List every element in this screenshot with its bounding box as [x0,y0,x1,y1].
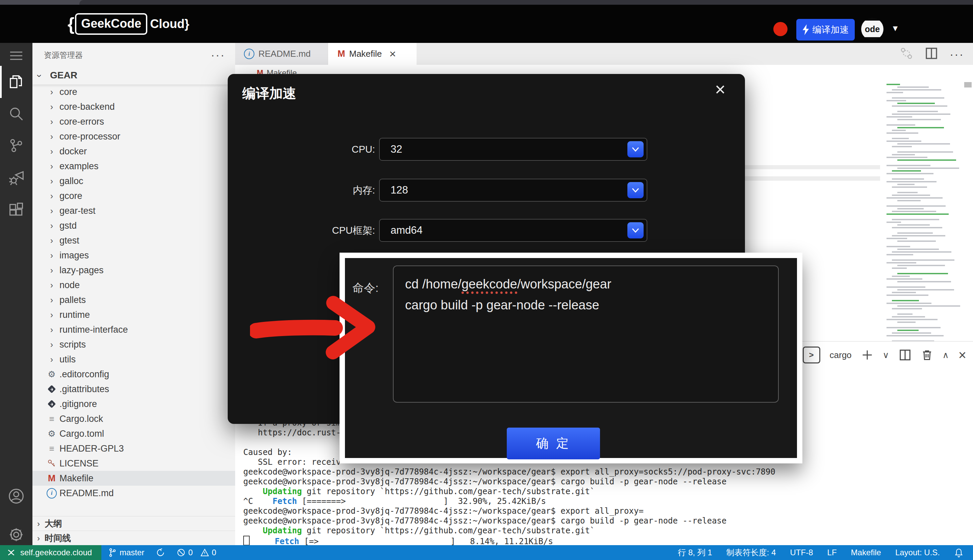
language-mode-item[interactable]: Makefile [851,548,881,557]
tree-item-cargo-toml[interactable]: ⚙Cargo.toml [32,426,235,441]
memory-dropdown-button[interactable] [628,182,644,198]
sidebar-more-icon[interactable]: ··· [211,43,225,68]
tab-readme[interactable]: i README.md [235,43,328,65]
m-file-icon: M [47,473,57,484]
tree-item-core-errors[interactable]: ›core-errors [32,114,235,129]
project-section-header[interactable]: › GEAR [32,68,235,85]
settings-gear-icon[interactable] [0,527,32,543]
eol-item[interactable]: LF [828,548,837,557]
tree-item-lazy-pages[interactable]: ›lazy-pages [32,263,235,278]
tree-item-label: README.md [60,488,114,498]
more-actions-icon[interactable]: ··· [950,51,964,57]
cpu-arch-dropdown-button[interactable] [628,222,644,238]
compile-accelerate-button[interactable]: 编译加速 [796,19,855,40]
tree-item-node[interactable]: ›node [32,278,235,292]
indentation-item[interactable]: 制表符长度: 4 [726,547,776,558]
tree-item-license[interactable]: LICENSE [32,456,235,471]
maximize-panel-icon[interactable]: ∧ [943,350,949,360]
command-label: 命令: [352,280,379,296]
explorer-icon[interactable] [0,73,32,90]
scrollbar-thumb[interactable] [964,82,971,87]
source-control-icon[interactable] [0,138,32,153]
outline-section[interactable]: › 大纲 [32,516,235,531]
cursor-position-item[interactable]: 行 8, 列 1 [678,547,712,558]
memory-select[interactable]: 128 [379,179,647,202]
command-textarea[interactable]: cd /home/geekcode/workspace/gear cargo b… [393,265,779,403]
dialog-close-icon[interactable]: × [715,80,726,98]
tree-item-label: examples [60,161,98,172]
search-icon[interactable] [0,106,32,122]
account-icon[interactable] [0,488,32,504]
timeline-section[interactable]: › 时间线 [32,531,235,545]
warnings-icon [200,548,209,557]
tree-item-examples[interactable]: ›examples [32,159,235,173]
shell-badge-icon[interactable]: > [803,347,820,363]
tab-close-icon[interactable]: × [389,47,396,60]
tree-item-gstd[interactable]: ›gstd [32,218,235,233]
tree-item-gtest[interactable]: ›gtest [32,233,235,248]
new-terminal-icon[interactable] [861,349,873,361]
tree-item-images[interactable]: ›images [32,248,235,263]
menu-icon[interactable] [0,50,32,62]
tree-item--editorconfig[interactable]: ⚙.editorconfig [32,367,235,382]
sync-item[interactable] [156,548,165,557]
tree-item--gitattributes[interactable]: .gitattributes [32,382,235,397]
git-branch-item[interactable]: master [108,548,144,557]
tree-item-label: HEADER-GPL3 [60,443,124,454]
tree-item-makefile[interactable]: MMakefile [32,471,235,486]
tree-item-runtime[interactable]: ›runtime [32,307,235,322]
cpu-select[interactable]: 32 [379,138,647,161]
tree-item-scripts[interactable]: ›scripts [32,337,235,352]
tree-item-header-gpl3[interactable]: ≡HEADER-GPL3 [32,441,235,456]
minimap[interactable] [883,84,963,342]
tree-item-runtime-interface[interactable]: ›runtime-interface [32,322,235,337]
extensions-icon[interactable] [0,202,32,218]
tree-item-pallets[interactable]: ›pallets [32,292,235,307]
chevron-right-icon: › [47,265,57,275]
cpu-dropdown-button[interactable] [628,141,644,157]
chevron-right-icon: › [47,206,57,216]
chevron-right-icon: › [47,191,57,201]
notifications-bell-icon[interactable] [954,548,963,557]
tree-item-label: gcore [60,191,82,201]
chevron-right-icon: › [47,310,57,320]
confirm-button[interactable]: 确 定 [507,428,600,459]
tree-item-core-processor[interactable]: ›core-processor [32,129,235,144]
tree-item-label: Cargo.toml [60,428,104,439]
kill-terminal-trash-icon[interactable] [921,349,933,361]
tree-item-utils[interactable]: ›utils [32,352,235,367]
tab-makefile[interactable]: M Makefile × [328,43,417,65]
tree-item-galloc[interactable]: ›galloc [32,173,235,188]
tree-item-label: docker [60,146,87,157]
split-editor-icon[interactable] [925,47,938,62]
tree-item-label: scripts [60,340,86,350]
cpu-arch-select[interactable]: amd64 [379,219,647,242]
tree-item-gcore[interactable]: ›gcore [32,188,235,203]
chevron-right-icon: › [37,519,40,528]
tree-item-core[interactable]: ›core [32,85,235,99]
logo-open-brace: { [68,14,74,34]
compare-changes-icon[interactable] [900,47,913,62]
encoding-item[interactable]: UTF-8 [790,548,813,557]
tree-item-readme-md[interactable]: iREADME.md [32,486,235,500]
tree-item-cargo-lock[interactable]: ≡Cargo.lock [32,412,235,426]
tree-item-core-backend[interactable]: ›core-backend [32,99,235,114]
close-panel-icon[interactable]: × [958,348,966,362]
tree-item-label: .editorconfig [60,369,109,380]
split-terminal-icon[interactable] [899,348,911,362]
tree-item-label: utils [60,354,76,365]
terminal-dropdown-icon[interactable]: ∨ [883,350,889,360]
account-dropdown-caret-icon[interactable]: ▼ [891,23,900,33]
status-bar: self.geekcode.cloud master 0 0 行 8, 列 1 … [0,545,973,560]
errors-icon [177,548,185,557]
user-avatar[interactable]: ode [861,18,883,40]
remote-indicator[interactable]: self.geekcode.cloud [0,545,101,560]
project-section-label: GEAR [50,70,77,81]
tree-item-gear-test[interactable]: ›gear-test [32,203,235,218]
layout-item[interactable]: Layout: U.S. [895,548,940,557]
problems-item[interactable]: 0 0 [177,548,216,557]
tree-item-label: core-processor [60,132,120,142]
run-debug-icon[interactable] [0,170,32,186]
tree-item-docker[interactable]: ›docker [32,144,235,159]
tree-item--gitignore[interactable]: .gitignore [32,397,235,412]
